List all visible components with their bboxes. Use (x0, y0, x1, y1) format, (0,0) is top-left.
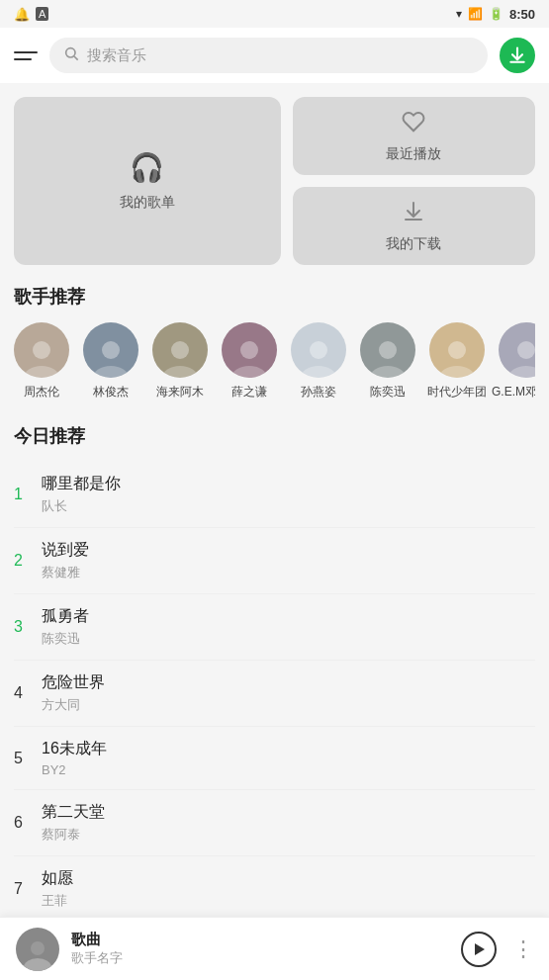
song-info-1: 说到爱 蔡健雅 (42, 540, 535, 581)
song-title-4: 16未成年 (42, 739, 535, 759)
artist-avatar-5 (360, 322, 415, 378)
svg-point-15 (439, 366, 475, 378)
song-artist-1: 蔡健雅 (42, 564, 535, 581)
artist-name-0: 周杰伦 (24, 384, 59, 401)
artist-name-3: 薛之谦 (231, 384, 267, 401)
song-item-2[interactable]: 3 孤勇者 陈奕迅 (14, 594, 535, 661)
artist-avatar-3 (222, 322, 277, 378)
my-download-label: 我的下载 (386, 235, 441, 253)
play-button[interactable] (461, 932, 497, 967)
song-info-5: 第二天堂 蔡阿泰 (42, 802, 535, 844)
svg-point-0 (66, 48, 75, 57)
right-cards: 最近播放 我的下载 (293, 97, 535, 265)
status-bar: 🔔 A ▾ 📶 🔋 8:50 (0, 0, 549, 28)
player-info: 歌曲 歌手名字 (71, 931, 449, 967)
svg-point-5 (93, 366, 129, 378)
song-title-2: 孤勇者 (42, 606, 535, 627)
menu-button[interactable] (14, 51, 38, 60)
song-item-4[interactable]: 5 16未成年 BY2 (14, 727, 535, 790)
bottom-player: 歌曲 歌手名字 ⋮ (0, 917, 549, 980)
my-playlist-card[interactable]: 🎧 我的歌单 (14, 97, 281, 265)
artist-name-1: 林俊杰 (93, 384, 129, 401)
song-item-1[interactable]: 2 说到爱 蔡健雅 (14, 528, 535, 594)
song-item-6[interactable]: 7 如愿 王菲 (14, 856, 535, 917)
svg-point-3 (24, 366, 59, 378)
search-bar[interactable]: 搜索音乐 (49, 38, 488, 73)
svg-point-22 (31, 941, 45, 955)
artist-name-5: 陈奕迅 (370, 384, 406, 401)
song-item-0[interactable]: 1 哪里都是你 队长 (14, 462, 535, 528)
menu-line-1 (14, 51, 38, 53)
song-artist-3: 方大同 (42, 696, 535, 714)
song-title-5: 第二天堂 (42, 802, 535, 823)
song-artist-4: BY2 (42, 762, 535, 777)
today-section: 今日推荐 1 哪里都是你 队长 2 说到爱 蔡健雅 3 孤勇者 陈奕迅 4 危险… (14, 424, 535, 917)
status-left: 🔔 A (14, 7, 48, 22)
today-section-header: 今日推荐 (14, 424, 535, 448)
battery-icon: 🔋 (489, 7, 503, 21)
artists-scroll: 周杰伦 林俊杰 海来阿木 (14, 322, 535, 404)
svg-point-4 (102, 341, 120, 359)
main-content: 🎧 我的歌单 最近播放 我的下载 (0, 83, 549, 917)
song-item-3[interactable]: 4 危险世界 方大同 (14, 661, 535, 727)
song-number-0: 1 (14, 486, 42, 503)
wifi-icon: ▾ (456, 7, 462, 21)
artists-section: 歌手推荐 周杰伦 林俊杰 (14, 285, 535, 404)
svg-point-2 (33, 341, 50, 359)
svg-point-23 (24, 958, 51, 971)
download-icon (402, 200, 425, 229)
svg-marker-24 (475, 943, 485, 955)
song-info-2: 孤勇者 陈奕迅 (42, 606, 535, 648)
song-title-3: 危险世界 (42, 672, 535, 693)
status-right: ▾ 📶 🔋 8:50 (456, 7, 535, 22)
song-info-4: 16未成年 BY2 (42, 739, 535, 777)
song-item-5[interactable]: 6 第二天堂 蔡阿泰 (14, 790, 535, 856)
search-placeholder: 搜索音乐 (87, 46, 146, 65)
svg-point-11 (301, 366, 336, 378)
player-song-title: 歌曲 (71, 931, 449, 949)
song-number-1: 2 (14, 552, 42, 570)
artist-item-2[interactable]: 海来阿木 (152, 322, 208, 401)
artist-item-3[interactable]: 薛之谦 (222, 322, 277, 401)
svg-point-14 (448, 341, 466, 359)
song-number-3: 4 (14, 684, 42, 702)
svg-point-13 (370, 366, 406, 378)
song-number-2: 3 (14, 618, 42, 636)
song-artist-5: 蔡阿泰 (42, 826, 535, 844)
song-title-0: 哪里都是你 (42, 474, 535, 494)
artist-name-7: G.E.M邓紫棋 (492, 384, 535, 401)
artist-name-4: 孙燕姿 (301, 384, 336, 401)
more-button[interactable]: ⋮ (512, 936, 533, 962)
song-info-0: 哪里都是你 队长 (42, 474, 535, 515)
artist-avatar-7 (499, 322, 535, 378)
artist-item-6[interactable]: 时代少年团 (429, 322, 485, 401)
song-title-1: 说到爱 (42, 540, 535, 561)
song-list: 1 哪里都是你 队长 2 说到爱 蔡健雅 3 孤勇者 陈奕迅 4 危险世界 方大… (14, 462, 535, 917)
headphone-icon: 🎧 (130, 151, 164, 184)
svg-line-1 (74, 56, 78, 60)
artist-item-1[interactable]: 林俊杰 (83, 322, 138, 401)
download-button[interactable] (500, 38, 535, 73)
song-artist-6: 王菲 (42, 892, 535, 910)
artist-item-0[interactable]: 周杰伦 (14, 322, 69, 401)
artist-section-header: 歌手推荐 (14, 285, 535, 309)
sim-icon: A (36, 7, 48, 21)
song-info-3: 危险世界 方大同 (42, 672, 535, 714)
artist-item-4[interactable]: 孙燕姿 (291, 322, 346, 401)
artist-avatar-6 (429, 322, 485, 378)
artist-item-5[interactable]: 陈奕迅 (360, 322, 415, 401)
top-nav: 搜索音乐 (0, 28, 549, 83)
top-cards: 🎧 我的歌单 最近播放 我的下载 (14, 97, 535, 265)
song-title-6: 如愿 (42, 868, 535, 889)
recent-play-card[interactable]: 最近播放 (293, 97, 535, 175)
recent-play-label: 最近播放 (386, 145, 441, 163)
player-avatar (16, 928, 59, 971)
svg-point-9 (231, 366, 267, 378)
my-download-card[interactable]: 我的下载 (293, 187, 535, 265)
song-artist-0: 队长 (42, 497, 535, 515)
player-artist-name: 歌手名字 (71, 949, 449, 967)
svg-point-17 (508, 366, 535, 378)
time-display: 8:50 (509, 7, 535, 22)
artist-item-7[interactable]: G.E.M邓紫棋 (499, 322, 535, 401)
player-controls: ⋮ (461, 932, 533, 967)
